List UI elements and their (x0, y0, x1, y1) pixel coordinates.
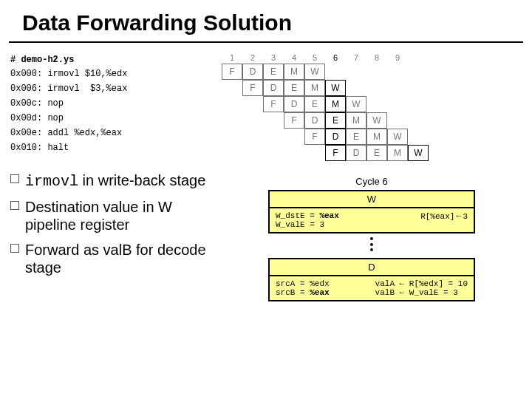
stage-cell: E (366, 145, 387, 161)
bullet-icon (10, 244, 19, 253)
stage-cell: D (304, 112, 325, 129)
asm-line: 0x006: irmovl $3,%eax (10, 81, 217, 96)
bullet-item: Destination value in W pipeline register (10, 198, 217, 233)
stage-cell: F (222, 64, 242, 80)
bullet-item: irmovl in write-back stage (10, 171, 217, 191)
stage-cell: F (304, 129, 325, 145)
asm-line: 0x00d: nop (10, 111, 217, 126)
bullet-icon (10, 174, 19, 183)
cycle-num: 6 (325, 50, 346, 64)
stage-cell: D (284, 96, 304, 112)
cycle-num: 2 (242, 50, 263, 64)
stage-cell: E (346, 129, 366, 145)
stage-cell: F (242, 80, 263, 96)
right-column: 1 2 3 4 5 6 7 8 9 FDEMWFDEMWFDEMWFDEMWFD… (217, 50, 522, 304)
stage-cell: E (304, 96, 325, 112)
stage-cell: D (263, 80, 284, 96)
cycle-num: 1 (222, 50, 242, 64)
w-stage-box: W W_dstE = %eax W_valE = 3 R[%eax]←3 (268, 190, 475, 233)
pipe-row: FDEMW (222, 145, 522, 161)
asm-line: 0x00c: nop (10, 96, 217, 111)
stage-cell: M (387, 145, 408, 161)
w-right: R[%eax]←3 (420, 211, 468, 229)
left-column: # demo-h2.ys 0x000: irmovl $10,%edx 0x00… (10, 50, 217, 304)
w-reg-target: R[%eax] (420, 212, 454, 221)
srcA-label: srcA = (276, 279, 305, 288)
w-left: W_dstE = %eax W_valE = 3 (276, 211, 339, 229)
d-right: valA ← R[%edx] = 10 valB ← W_valE = 3 (375, 279, 468, 297)
arrow-icon: ← (454, 211, 463, 220)
cycle-num: 8 (366, 50, 387, 64)
bullet-text: Destination value in W pipeline register (25, 198, 217, 233)
stage-cell: F (263, 96, 284, 112)
asm-line: 0x010: halt (10, 140, 217, 155)
cycle-label: Cycle 6 (222, 176, 522, 187)
asm-line: 0x00e: addl %edx,%eax (10, 126, 217, 140)
cycle-num: 9 (387, 50, 408, 64)
content-area: # demo-h2.ys 0x000: irmovl $10,%edx 0x00… (0, 47, 532, 304)
stage-cell: W (366, 112, 387, 129)
srcB-val: %eax (310, 288, 329, 297)
w-stage-header: W (270, 191, 474, 208)
pipe-cycle-header: 1 2 3 4 5 6 7 8 9 (222, 50, 522, 64)
cycle-num: 4 (284, 50, 304, 64)
w-reg-val: 3 (463, 212, 468, 221)
pipe-row: FDEMW (222, 80, 522, 96)
stage-cell: M (284, 64, 304, 80)
stage-cell: W (387, 129, 408, 145)
pipe-row: FDEMW (222, 96, 522, 112)
d-stage-header: D (270, 259, 474, 276)
w-dstE-label: W_dstE = (276, 211, 315, 220)
pipe-row: FDEMW (222, 129, 522, 145)
stage-cell: D (242, 64, 263, 80)
bullet-list: irmovl in write-back stage Destination v… (10, 171, 217, 276)
d-left: srcA = %edx srcB = %eax (276, 279, 330, 297)
stage-cell: F (284, 112, 304, 129)
bullet-code: irmovl (25, 173, 78, 190)
stage-cell: D (346, 145, 366, 161)
stage-cell: W (346, 96, 366, 112)
stage-cell: E (284, 80, 304, 96)
cycle-num: 3 (263, 50, 284, 64)
bullet-rest: in write-back stage (78, 172, 205, 188)
d-stage-box: D srcA = %edx srcB = %eax valA ← R[%edx]… (268, 258, 475, 301)
pipe-grid: FDEMWFDEMWFDEMWFDEMWFDEMWFDEMW (222, 64, 522, 161)
pipe-row: FDEMW (222, 112, 522, 129)
srcA-val: %edx (310, 279, 329, 288)
bullet-text: irmovl in write-back stage (25, 171, 205, 191)
page-title: Data Forwarding Solution (9, 0, 523, 43)
bullet-text: Forward as valB for decode stage (25, 241, 217, 276)
stage-cell: E (325, 112, 346, 129)
w-dstE-val: %eax (319, 211, 338, 220)
pipe-row: FDEMW (222, 64, 522, 80)
stage-cell: W (325, 80, 346, 96)
bullet-item: Forward as valB for decode stage (10, 241, 217, 276)
srcB-label: srcB = (276, 288, 305, 297)
cycle-num: 7 (346, 50, 366, 64)
stage-cell: M (325, 96, 346, 112)
stage-cell: M (304, 80, 325, 96)
asm-line: 0x000: irmovl $10,%edx (10, 66, 217, 81)
stage-cell: M (346, 112, 366, 129)
valA-line: valA ← R[%edx] = 10 (375, 279, 468, 288)
stage-cell: E (263, 64, 284, 80)
asm-filename: # demo-h2.ys (10, 50, 217, 66)
stage-cell: D (325, 129, 346, 145)
stage-cell: W (304, 64, 325, 80)
vdots-icon: ••• (222, 236, 522, 253)
stage-cell: W (408, 145, 429, 161)
stage-cell: M (366, 129, 387, 145)
bullet-icon (10, 201, 19, 210)
valB-line: valB ← W_valE = 3 (375, 288, 468, 297)
stage-cell: F (325, 145, 346, 161)
cycle-num: 5 (304, 50, 325, 64)
w-valE: W_valE = 3 (276, 220, 339, 229)
